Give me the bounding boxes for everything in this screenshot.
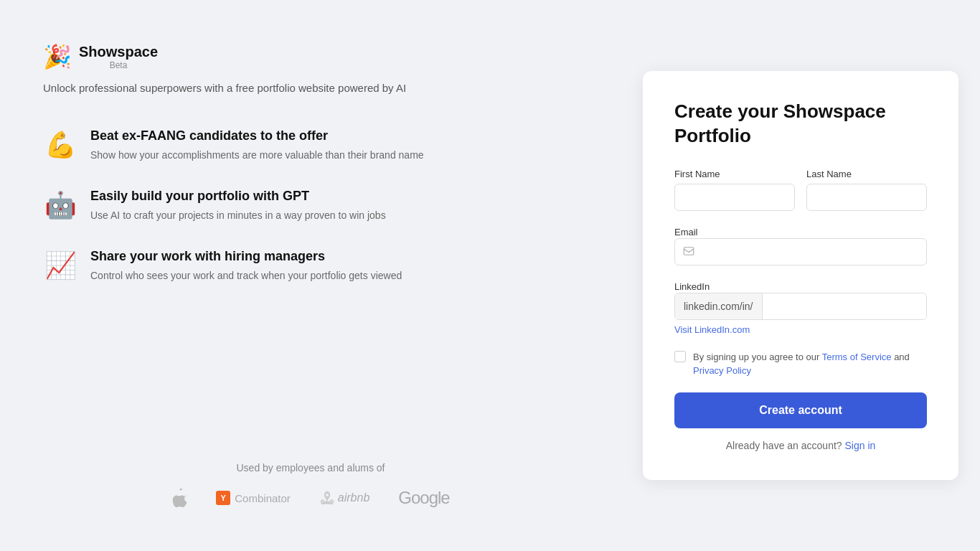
signin-link[interactable]: Sign in [844,440,875,451]
feature-desc-2: Use AI to craft your projects in minutes… [90,208,386,223]
last-name-input[interactable] [806,184,927,211]
signin-row: Already have an account? Sign in [674,440,927,451]
brand-name: Showspace [79,43,158,60]
email-input[interactable] [674,238,927,265]
terms-checkbox[interactable] [674,351,686,362]
beta-badge: Beta [79,60,158,70]
logo-text-area: Showspace Beta [79,43,158,70]
feature-title-1: Beat ex-FAANG candidates to the offer [90,128,424,143]
feature-title-3: Share your work with hiring managers [90,249,402,264]
right-panel: Create your Showspace Portfolio First Na… [621,0,980,551]
signin-text: Already have an account? [726,440,842,451]
linkedin-label: LinkedIn [674,281,710,292]
logo-area: 🎉 Showspace Beta [43,43,578,70]
google-text: Google [398,488,449,508]
features-list: 💪 Beat ex-FAANG candidates to the offer … [43,128,578,283]
terms-of-service-link[interactable]: Terms of Service [822,352,892,362]
mail-icon [683,246,694,258]
svg-rect-0 [684,248,694,255]
first-name-input[interactable] [674,184,795,211]
airbnb-logo: airbnb [319,490,369,506]
feature-desc-1: Show how your accomplishments are more v… [90,148,424,163]
first-name-label: First Name [674,169,795,179]
create-account-button[interactable]: Create account [674,392,927,428]
ycombinator-logo: Y Combinator [216,491,291,505]
social-proof-title: Used by employees and alums of [43,462,578,474]
feature-item-2: 🤖 Easily build your portfolio with GPT U… [43,189,578,223]
logo-icon: 🎉 [43,43,72,70]
terms-row: By signing up you agree to our Terms of … [674,350,927,378]
yc-square-icon: Y [216,491,230,505]
companies-list: Y Combinator airbnb Google [43,488,578,508]
first-name-group: First Name [674,169,795,211]
last-name-group: Last Name [806,169,927,211]
last-name-label: Last Name [806,169,927,179]
form-title: Create your Showspace Portfolio [674,100,927,149]
email-group: Email [674,225,927,265]
feature-title-2: Easily build your portfolio with GPT [90,189,386,204]
linkedin-input[interactable] [763,293,927,319]
airbnb-icon [319,490,335,506]
left-panel: 🎉 Showspace Beta Unlock professional sup… [0,0,621,551]
social-proof: Used by employees and alums of Y Combina… [43,462,578,508]
feature-icon-3: 📈 [43,250,77,281]
airbnb-text: airbnb [338,491,369,504]
email-input-wrapper [674,238,927,265]
linkedin-input-row: linkedin.com/in/ [674,293,927,320]
google-logo: Google [398,488,449,508]
tagline: Unlock professional superpowers with a f… [43,82,578,94]
form-card: Create your Showspace Portfolio First Na… [643,71,958,480]
terms-prefix: By signing up you agree to our [693,352,822,362]
feature-item-3: 📈 Share your work with hiring managers C… [43,249,578,283]
terms-text: By signing up you agree to our Terms of … [693,350,927,378]
linkedin-group: LinkedIn linkedin.com/in/ Visit LinkedIn… [674,280,927,336]
terms-and: and [892,352,910,362]
name-row: First Name Last Name [674,169,927,211]
yc-text: Combinator [235,492,291,504]
apple-logo [171,489,187,507]
email-label: Email [674,227,698,237]
visit-linkedin-link[interactable]: Visit LinkedIn.com [674,324,750,335]
feature-desc-3: Control who sees your work and track whe… [90,268,402,283]
linkedin-prefix: linkedin.com/in/ [675,293,763,319]
apple-svg [171,489,187,507]
feature-icon-1: 💪 [43,130,77,160]
privacy-policy-link[interactable]: Privacy Policy [693,365,751,376]
feature-icon-2: 🤖 [43,190,77,220]
feature-item-1: 💪 Beat ex-FAANG candidates to the offer … [43,128,578,163]
